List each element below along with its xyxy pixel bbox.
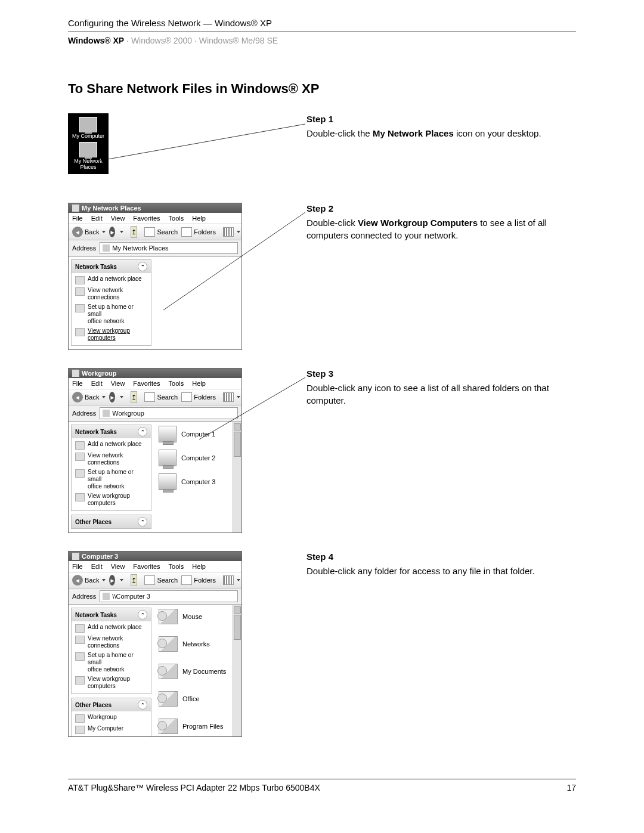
page-header: Configuring the Wireless Network — Windo… — [68, 18, 576, 32]
menu-favorites[interactable]: Favorites — [133, 380, 160, 387]
task-view-workgroup[interactable]: View workgroupcomputers — [75, 493, 147, 507]
menu-tools[interactable]: Tools — [169, 380, 184, 387]
share-networks[interactable]: Networks — [159, 636, 228, 652]
forward-button[interactable]: ► — [109, 227, 115, 237]
menu-tools[interactable]: Tools — [169, 563, 184, 570]
other-places-header[interactable]: Other Places⌃ — [72, 698, 151, 711]
place-workgroup[interactable]: Workgroup — [75, 714, 147, 723]
computer-3[interactable]: Computer 3 — [159, 473, 228, 490]
shared-folder-icon — [159, 691, 178, 707]
menu-favorites[interactable]: Favorites — [133, 563, 160, 570]
task-add-network-place[interactable]: Add a network place — [75, 624, 147, 633]
workgroup-icon — [75, 676, 85, 685]
titlebar[interactable]: Computer 3 — [69, 552, 242, 561]
tab-2000[interactable]: Windows® 2000 — [131, 36, 192, 45]
share-office[interactable]: Office — [159, 691, 228, 707]
chevron-down-icon — [237, 396, 240, 398]
computer-1[interactable]: Computer 1 — [159, 426, 228, 442]
menu-help[interactable]: Help — [192, 380, 206, 387]
content-area: Mouse Networks My Documents Office Progr… — [154, 605, 233, 736]
sidebar: Network Tasks ⌃ Add a network place View… — [69, 257, 154, 349]
search-button[interactable]: Search — [144, 575, 178, 585]
content-area: Computer 1 Computer 2 Computer 3 — [154, 422, 233, 532]
menu-tools[interactable]: Tools — [169, 215, 184, 222]
menu-edit[interactable]: Edit — [91, 215, 103, 222]
step-1-text: Double-click the My Network Places icon … — [306, 128, 576, 140]
my-computer-icon[interactable]: My Computer — [72, 117, 104, 140]
share-mouse[interactable]: Mouse — [159, 609, 228, 624]
task-view-workgroup[interactable]: View workgroupcomputers — [75, 676, 147, 690]
folders-button[interactable]: Folders — [181, 392, 216, 402]
up-button[interactable]: ↥ — [131, 226, 137, 238]
scrollbar[interactable] — [233, 422, 242, 532]
menu-edit[interactable]: Edit — [91, 380, 103, 387]
task-view-workgroup[interactable]: View workgroup computers — [75, 327, 147, 342]
menu-favorites[interactable]: Favorites — [133, 215, 160, 222]
network-tasks-header[interactable]: Network Tasks ⌃ — [72, 260, 151, 273]
computer-2[interactable]: Computer 2 — [159, 450, 228, 466]
folders-button[interactable]: Folders — [181, 227, 216, 237]
share-program-files[interactable]: Program Files — [159, 719, 228, 734]
scrollbar[interactable] — [233, 605, 242, 736]
up-button[interactable]: ↥ — [131, 391, 137, 403]
back-button[interactable]: ◄ Back — [72, 227, 106, 237]
my-network-places-icon[interactable]: My Network Places — [74, 142, 103, 171]
back-button[interactable]: ◄Back — [72, 575, 106, 586]
back-button[interactable]: ◄Back — [72, 392, 106, 402]
menu-file[interactable]: File — [72, 563, 83, 570]
views-button[interactable] — [223, 575, 240, 585]
shared-folder-icon — [159, 636, 178, 652]
network-globe-icon — [79, 142, 97, 157]
forward-button[interactable]: ► — [109, 392, 115, 402]
location-icon — [103, 244, 110, 252]
share-my-documents[interactable]: My Documents — [159, 664, 228, 679]
step-3-text: Double-click any icon to see a list of a… — [306, 382, 576, 407]
menu-help[interactable]: Help — [192, 215, 206, 222]
tab-me98[interactable]: Windows® Me/98 SE — [199, 36, 278, 45]
search-icon — [144, 575, 155, 585]
task-view-connections[interactable]: View networkconnections — [75, 452, 147, 466]
computer-icon — [159, 450, 177, 466]
menu-file[interactable]: File — [72, 215, 83, 222]
search-button[interactable]: Search — [144, 227, 178, 237]
address-field[interactable]: Workgroup — [100, 407, 238, 419]
task-setup-home[interactable]: Set up a home or smalloffice network — [75, 652, 147, 673]
up-button[interactable]: ↥ — [131, 574, 137, 586]
place-icon — [75, 624, 85, 633]
task-view-connections[interactable]: View network connections — [75, 287, 147, 301]
folders-button[interactable]: Folders — [181, 575, 216, 585]
folder-icon — [181, 575, 192, 585]
task-add-network-place[interactable]: Add a network place — [75, 275, 147, 284]
network-tasks-header[interactable]: Network Tasks⌃ — [72, 608, 151, 621]
task-view-connections[interactable]: View networkconnections — [75, 635, 147, 649]
place-my-computer[interactable]: My Computer — [75, 725, 147, 734]
menu-view[interactable]: View — [111, 380, 125, 387]
titlebar[interactable]: Workgroup — [69, 368, 242, 378]
menu-view[interactable]: View — [111, 563, 125, 570]
other-places-header[interactable]: Other Places⌃ — [72, 515, 151, 528]
titlebar[interactable]: My Network Places — [69, 203, 242, 213]
shared-folder-icon — [159, 609, 178, 624]
network-tasks-header[interactable]: Network Tasks⌃ — [72, 425, 151, 438]
task-setup-home[interactable]: Set up a home or smalloffice network — [75, 304, 147, 325]
step-4-row: Computer 3 File Edit View Favorites Tool… — [68, 551, 576, 737]
step-3-title: Step 3 — [306, 368, 576, 380]
menu-help[interactable]: Help — [192, 563, 206, 570]
chevron-down-icon — [120, 579, 123, 581]
monitor-icon — [79, 117, 97, 132]
menu-view[interactable]: View — [111, 215, 125, 222]
task-setup-home[interactable]: Set up a home or smalloffice network — [75, 469, 147, 490]
views-button[interactable] — [223, 392, 240, 402]
menu-edit[interactable]: Edit — [91, 563, 103, 570]
search-button[interactable]: Search — [144, 392, 178, 402]
task-add-network-place[interactable]: Add a network place — [75, 441, 147, 450]
tab-xp[interactable]: Windows® XP — [68, 36, 124, 45]
menu-file[interactable]: File — [72, 380, 83, 387]
address-field[interactable]: My Network Places — [100, 242, 238, 254]
step-1-title: Step 1 — [306, 113, 576, 125]
address-field[interactable]: \\Computer 3 — [100, 590, 238, 602]
forward-button[interactable]: ► — [109, 575, 115, 586]
computer-icon — [159, 473, 177, 490]
views-button[interactable] — [223, 227, 240, 237]
folder-icon — [181, 227, 192, 237]
